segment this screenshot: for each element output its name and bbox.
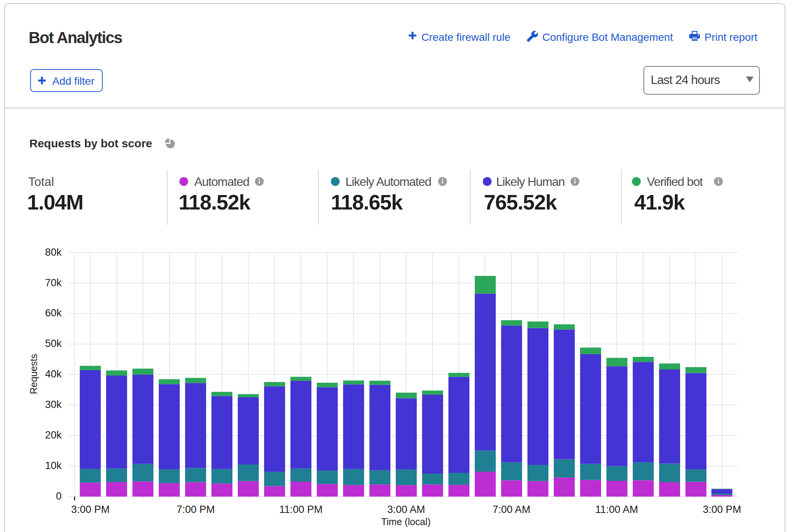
svg-text:10k: 10k <box>45 460 62 471</box>
svg-text:0: 0 <box>56 490 61 502</box>
svg-text:60k: 60k <box>45 307 62 319</box>
svg-text:40k: 40k <box>45 368 62 380</box>
svg-text:Time (local): Time (local) <box>381 516 431 527</box>
svg-text:70k: 70k <box>45 277 62 289</box>
svg-text:11:00 PM: 11:00 PM <box>279 504 323 515</box>
svg-text:20k: 20k <box>45 429 62 441</box>
svg-text:80k: 80k <box>45 247 62 258</box>
svg-text:7:00 AM: 7:00 AM <box>493 504 530 515</box>
svg-text:Requests: Requests <box>28 354 39 394</box>
svg-text:7:00 PM: 7:00 PM <box>176 504 215 515</box>
svg-text:50k: 50k <box>45 338 62 349</box>
svg-text:30k: 30k <box>45 399 62 410</box>
svg-text:3:00 PM: 3:00 PM <box>71 504 110 515</box>
svg-text:3:00 AM: 3:00 AM <box>387 504 425 515</box>
svg-text:11:00 AM: 11:00 AM <box>595 504 638 515</box>
svg-text:3:00 PM: 3:00 PM <box>703 504 741 515</box>
